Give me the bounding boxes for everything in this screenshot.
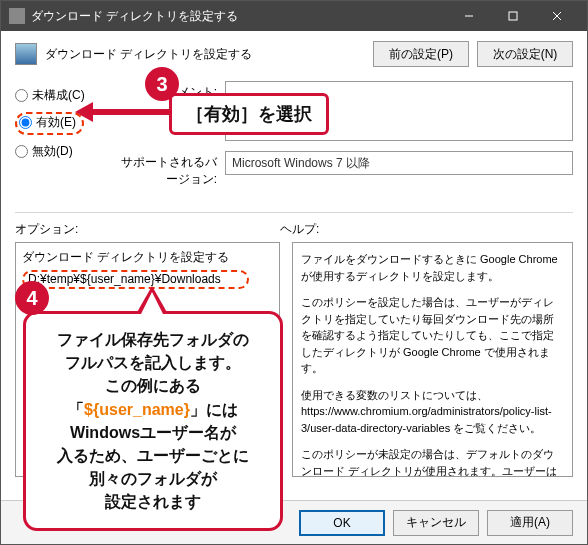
annotation-step-3-badge: 3 (145, 67, 179, 101)
annotation-arrow-icon (75, 106, 171, 118)
supported-value: Microsoft Windows 7 以降 (225, 151, 573, 175)
radio-unconfigured-input[interactable] (15, 89, 28, 102)
help-text: このポリシーを設定した場合は、ユーザーがディレクトリを指定していたり毎回ダウンロ… (301, 294, 564, 377)
enabled-highlight: 有効(E) (15, 112, 84, 135)
help-text: 使用できる変数のリストについては、 https://www.chromium.o… (301, 387, 564, 437)
help-text: ファイルをダウンロードするときに Google Chrome が使用するディレク… (301, 251, 564, 284)
settings-dialog: ダウンロード ディレクトリを設定する ダウンロード ディレクトリを設定する 前の… (0, 0, 588, 545)
download-dir-input[interactable] (28, 272, 243, 286)
prev-setting-button[interactable]: 前の設定(P) (373, 41, 469, 67)
radio-enabled-input[interactable] (19, 116, 32, 129)
apply-button[interactable]: 適用(A) (487, 510, 573, 536)
policy-icon (15, 43, 37, 65)
radio-disabled-input[interactable] (15, 145, 28, 158)
cancel-button[interactable]: キャンセル (393, 510, 479, 536)
radio-disabled-label: 無効(D) (32, 143, 73, 160)
radio-disabled[interactable]: 無効(D) (15, 143, 115, 160)
app-icon (9, 8, 25, 24)
close-button[interactable] (535, 1, 579, 31)
supported-label: サポートされるバージョン: (115, 151, 225, 188)
annotation-step-4-badge: 4 (15, 281, 49, 315)
help-text: このポリシーが未設定の場合は、デフォルトのダウンロード ディレクトリが使用されま… (301, 446, 564, 477)
svg-rect-1 (509, 12, 517, 20)
maximize-button[interactable] (491, 1, 535, 31)
options-heading: オプション: (15, 221, 280, 238)
next-setting-button[interactable]: 次の設定(N) (477, 41, 573, 67)
ok-button[interactable]: OK (299, 510, 385, 536)
radio-enabled-label: 有効(E) (36, 114, 76, 131)
option-field-label: ダウンロード ディレクトリを設定する (22, 249, 273, 266)
annotation-step-4-callout: ファイル保存先フォルダの フルパスを記入します。 この例にある 「${user_… (23, 311, 283, 531)
page-title: ダウンロード ディレクトリを設定する (45, 46, 365, 63)
radio-enabled[interactable]: 有効(E) (19, 114, 76, 131)
minimize-button[interactable] (447, 1, 491, 31)
titlebar: ダウンロード ディレクトリを設定する (1, 1, 587, 31)
radio-unconfigured[interactable]: 未構成(C) (15, 87, 115, 104)
window-title: ダウンロード ディレクトリを設定する (31, 8, 447, 25)
state-radios: 未構成(C) 有効(E) 無効(D) (15, 81, 115, 168)
help-heading: ヘルプ: (280, 221, 319, 238)
annotation-step-3-callout: ［有効］を選択 (169, 93, 329, 135)
help-panel: ファイルをダウンロードするときに Google Chrome が使用するディレク… (292, 242, 573, 477)
separator (15, 212, 573, 213)
